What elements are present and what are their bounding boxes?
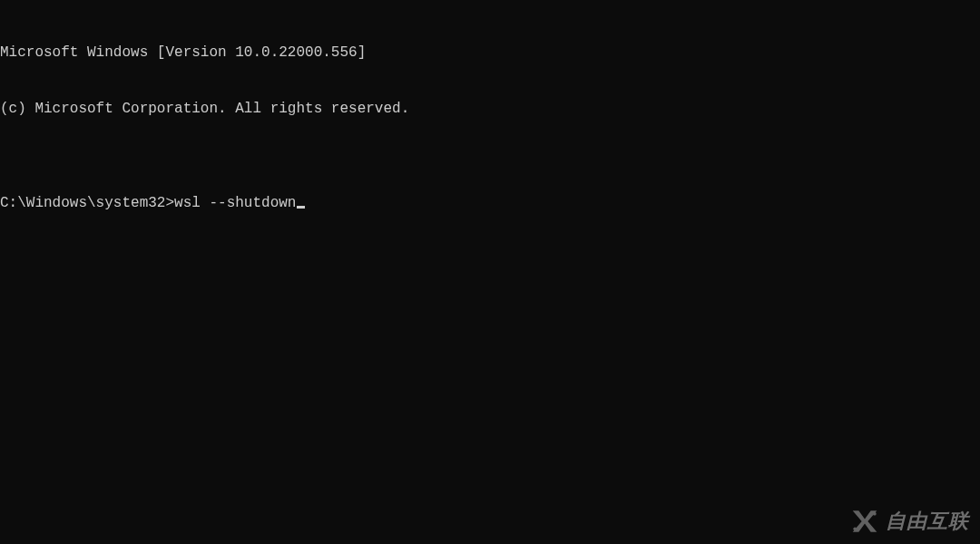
banner-line-1: Microsoft Windows [Version 10.0.22000.55… [0, 44, 980, 63]
watermark-text: 自由互联 [886, 509, 969, 535]
watermark: 自由互联 [849, 508, 969, 535]
banner-line-2: (c) Microsoft Corporation. All rights re… [0, 100, 980, 119]
terminal-output[interactable]: Microsoft Windows [Version 10.0.22000.55… [0, 0, 980, 232]
cursor-icon [297, 206, 305, 209]
command-input[interactable]: wsl --shutdown [174, 194, 296, 213]
svg-point-0 [873, 512, 877, 516]
prompt: C:\Windows\system32> [0, 194, 174, 213]
prompt-line[interactable]: C:\Windows\system32> wsl --shutdown [0, 194, 980, 213]
x-logo-icon [849, 508, 880, 535]
svg-point-1 [853, 528, 857, 531]
